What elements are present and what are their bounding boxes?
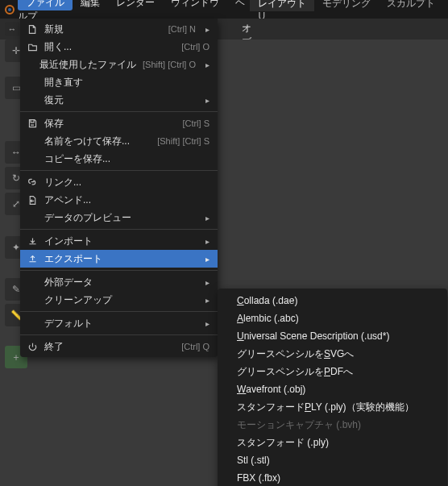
export-menu-item[interactable]: FBX (.fbx) [218, 469, 447, 486]
shortcut-label: [Shift] [Ctrl] S [157, 136, 209, 146]
file-menu-item[interactable]: リンク... [20, 173, 218, 191]
chevron-right-icon: ▸ [205, 255, 209, 264]
chevron-right-icon: ▸ [205, 296, 209, 305]
export-menu-item: モーションキャプチャ (.bvh) [218, 416, 447, 434]
menu-separator [20, 334, 218, 335]
menu-separator [20, 229, 218, 230]
shortcut-label: [Ctrl] Q [181, 342, 209, 351]
file-menu-item[interactable]: 開く...[Ctrl] O [20, 38, 218, 56]
file-menu-item[interactable]: インポート▸ [20, 232, 218, 250]
menu-separator [20, 311, 218, 312]
menu-item-label: 復元 [44, 93, 196, 107]
open-icon [27, 42, 38, 52]
chevron-right-icon: ▸ [205, 237, 209, 246]
menu-separator [20, 111, 218, 112]
export-menu-item[interactable]: Wavefront (.obj) [218, 380, 447, 398]
export-menu-item[interactable]: グリースペンシルをSVGへ [218, 345, 447, 363]
file-menu-item[interactable]: データのプレビュー▸ [20, 209, 218, 226]
append-icon [27, 195, 38, 206]
menu-item-label: 外部データ [44, 276, 196, 289]
menu-item-label: データのプレビュー [44, 211, 196, 225]
menubar: ファイル編集レンダーウィンドウヘルプ レイアウトモデリングスカルプトU [0, 0, 448, 19]
menu-item-label: コピーを保存... [44, 152, 209, 166]
file-menu-item[interactable]: エクスポート▸ [20, 250, 218, 268]
export-menu-item[interactable]: Alembic (.abc) [218, 309, 447, 327]
shortcut-label: [Ctrl] N [168, 24, 196, 34]
menu-3[interactable]: ウィンドウ [163, 0, 227, 10]
export-menu-item[interactable]: Collada (.dae) [218, 292, 447, 309]
file-menu-item[interactable]: 保存[Ctrl] S [20, 114, 218, 132]
new-icon [27, 24, 38, 35]
file-menu-item[interactable]: デフォルト▸ [20, 314, 218, 332]
export-icon [27, 254, 38, 264]
file-menu-item[interactable]: アペンド... [20, 191, 218, 209]
import-icon [27, 236, 38, 247]
export-menu-item[interactable]: グリースペンシルをPDFへ [218, 363, 447, 380]
menu-item-label: デフォルト [44, 317, 196, 330]
file-menu: 新規[Ctrl] N▸開く...[Ctrl] O最近使用したファイル[Shift… [20, 19, 218, 357]
menu-separator [20, 170, 218, 171]
chevron-right-icon: ▸ [205, 214, 209, 222]
file-menu-item[interactable]: 名前をつけて保存...[Shift] [Ctrl] S [20, 132, 218, 150]
quit-icon [27, 342, 38, 352]
file-menu-item[interactable]: 新規[Ctrl] N▸ [20, 20, 218, 38]
file-menu-item[interactable]: コピーを保存... [20, 150, 218, 168]
menu-item-label: アペンド... [44, 193, 209, 207]
menu-item-label: リンク... [44, 176, 209, 189]
shortcut-label: [Shift] [Ctrl] O [143, 60, 196, 69]
workspace-tab-1[interactable]: モデリング [314, 0, 379, 11]
menu-item-label: エクスポート [44, 252, 196, 266]
save-icon [27, 118, 38, 129]
chevron-right-icon: ▸ [205, 319, 209, 328]
workspace-tab-2[interactable]: スカルプト [379, 0, 443, 11]
menu-item-label: 名前をつけて保存... [44, 135, 151, 148]
menu-item-label: 保存 [44, 117, 176, 131]
export-menu-item[interactable]: スタンフォードPLY (.ply)（実験的機能） [218, 398, 447, 416]
file-menu-item[interactable]: 終了[Ctrl] Q [20, 338, 218, 355]
menu-item-label: クリーンアップ [44, 293, 196, 307]
export-menu-item[interactable]: スタンフォード (.ply) [218, 434, 447, 451]
chevron-right-icon: ▸ [205, 60, 209, 69]
chevron-right-icon: ▸ [205, 96, 209, 105]
svg-point-1 [8, 8, 11, 11]
export-submenu: Collada (.dae)Alembic (.abc)Universal Sc… [218, 289, 447, 486]
file-menu-item[interactable]: 最近使用したファイル[Shift] [Ctrl] O▸ [20, 56, 218, 73]
shortcut-label: [Ctrl] O [181, 42, 209, 52]
file-menu-item[interactable]: 外部データ▸ [20, 273, 218, 291]
app-logo [3, 2, 16, 17]
menu-item-label: 開く... [44, 40, 175, 54]
file-menu-item[interactable]: 復元▸ [20, 91, 218, 109]
export-menu-item[interactable]: Stl (.stl) [218, 451, 447, 469]
link-icon [27, 177, 38, 188]
menu-separator [20, 270, 218, 271]
shortcut-label: [Ctrl] S [182, 118, 209, 128]
file-menu-item[interactable]: 開き直す [20, 73, 218, 91]
menu-item-label: 新規 [44, 23, 162, 36]
export-menu-item[interactable]: Universal Scene Description (.usd*) [218, 327, 447, 345]
chevron-right-icon: ▸ [205, 25, 209, 34]
file-menu-item[interactable]: クリーンアップ▸ [20, 291, 218, 309]
menu-2[interactable]: レンダー [108, 0, 163, 10]
overflow-left-icon[interactable]: ↔ [5, 22, 19, 36]
chevron-right-icon: ▸ [205, 278, 209, 287]
menu-item-label: 開き直す [44, 76, 209, 89]
menu-item-label: 終了 [44, 340, 175, 354]
menu-item-label: 最近使用したファイル [39, 58, 136, 72]
menu-1[interactable]: 編集 [73, 0, 108, 10]
menu-item-label: インポート [44, 235, 196, 248]
